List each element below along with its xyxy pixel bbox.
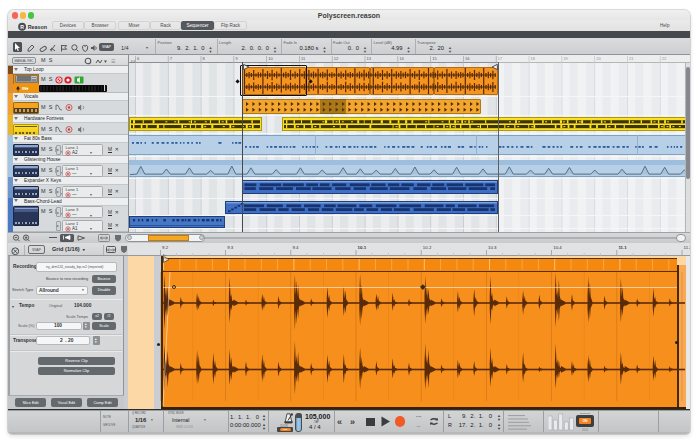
svg-text:10.2: 10.2: [423, 245, 432, 250]
svg-text:9.2: 9.2: [162, 245, 169, 250]
svg-text:13: 13: [367, 56, 372, 61]
svg-text:11.1: 11.1: [618, 245, 627, 250]
svg-text:11: 11: [301, 56, 306, 61]
svg-text:10: 10: [268, 56, 273, 61]
svg-text:10.3: 10.3: [488, 245, 497, 250]
svg-text:6: 6: [137, 56, 140, 61]
svg-text:16: 16: [465, 56, 470, 61]
svg-text:10.4: 10.4: [553, 245, 562, 250]
svg-text:8: 8: [203, 56, 206, 61]
svg-text:7: 7: [170, 56, 173, 61]
svg-text:15: 15: [432, 56, 437, 61]
svg-text:9.4: 9.4: [292, 245, 299, 250]
svg-text:R: R: [20, 23, 24, 29]
svg-text:11.2: 11.2: [684, 245, 690, 250]
svg-text:14: 14: [399, 56, 404, 61]
svg-text:10.1: 10.1: [358, 245, 367, 250]
svg-text:9.3: 9.3: [227, 245, 234, 250]
svg-text:9: 9: [235, 56, 238, 61]
svg-text:4/4: 4/4: [131, 60, 136, 64]
svg-text:12: 12: [334, 56, 339, 61]
svg-text:Reason: Reason: [28, 24, 47, 30]
